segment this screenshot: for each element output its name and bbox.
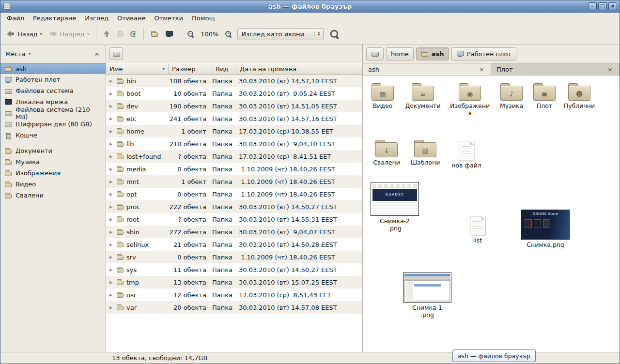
expander-icon[interactable]: ▶ — [109, 205, 114, 209]
sidebar-item[interactable]: Шифриран дял (80 GB) — [0, 119, 106, 130]
file-item[interactable]: ▤Шаблони — [406, 140, 444, 167]
expander-icon[interactable]: ▶ — [109, 230, 114, 234]
menu-item[interactable]: Редактиране — [29, 14, 80, 23]
table-row[interactable]: ▶bin108 обектаПапка30.03.2010 (вт) 14,57… — [106, 75, 362, 87]
sidebar-item[interactable]: Кошче — [0, 130, 106, 141]
sidebar-selector-chevron-icon[interactable]: ▾ — [29, 51, 31, 56]
file-item[interactable]: ↓Свалени — [369, 140, 404, 167]
sidebar-item[interactable]: Музика — [0, 156, 106, 167]
file-item[interactable]: нов файл — [449, 141, 484, 169]
tab-close-button[interactable]: × — [478, 66, 485, 73]
table-row[interactable]: ▶proc222 обектаПапка30.03.2010 (вт) 14,5… — [106, 200, 362, 213]
table-row[interactable]: ▶opt0 обектаПапка 1.10.2009 (чт) 18,40,2… — [106, 188, 362, 200]
forward-button[interactable]: Напред ▾ — [46, 28, 93, 41]
menu-item[interactable]: Отиване — [113, 14, 150, 23]
expander-icon[interactable]: ▶ — [109, 79, 114, 83]
expander-icon[interactable]: ▶ — [109, 268, 114, 272]
search-button[interactable] — [326, 28, 343, 41]
sidebar-item[interactable]: Видео — [0, 179, 106, 190]
file-item[interactable]: ☻Публични — [559, 83, 599, 110]
expander-icon[interactable]: ▶ — [109, 154, 114, 159]
file-item[interactable]: GNOME StoreСнимка.png — [519, 210, 572, 249]
sidebar-close-button[interactable]: × — [93, 50, 101, 58]
reload-button[interactable] — [127, 28, 140, 40]
stop-button[interactable] — [113, 28, 127, 40]
table-row[interactable]: ▶lost+found? обектаПапка17.03.2010 (ср) … — [106, 150, 362, 163]
expander-icon[interactable]: ▶ — [109, 293, 114, 297]
table-row[interactable]: ▶usr12 обектаПапка17.03.2010 (ср) 8,51,4… — [106, 288, 362, 301]
titlebar[interactable]: ash — файлов браузър – □ × — [0, 0, 620, 13]
up-button[interactable] — [100, 28, 113, 40]
back-history-chevron-icon[interactable]: ▾ — [40, 31, 43, 36]
table-row[interactable]: ▶media0 обектаПапка 1.10.2009 (чт) 18,40… — [106, 163, 362, 175]
menu-item[interactable]: Файл — [2, 14, 29, 23]
table-row[interactable]: ▶dev190 обектаПапка30.03.2010 (вт) 14,51… — [106, 100, 362, 112]
expander-icon[interactable]: ▶ — [109, 180, 114, 184]
column-header[interactable]: Дата на промяна — [236, 63, 362, 75]
maximize-button[interactable]: □ — [598, 2, 607, 10]
menu-item[interactable]: Отметки — [150, 14, 187, 23]
file-item[interactable]: list — [461, 216, 495, 244]
close-button[interactable]: × — [608, 2, 617, 10]
table-row[interactable]: ▶root? обектаПапка30.03.2010 (вт) 14,55,… — [106, 213, 362, 226]
breadcrumb-item[interactable]: home — [386, 47, 414, 61]
zoom-out-button[interactable]: − — [184, 28, 198, 41]
expander-icon[interactable]: ▶ — [109, 217, 114, 222]
file-item[interactable]: ≡Документи — [403, 83, 443, 110]
zoom-in-button[interactable]: + — [221, 28, 235, 41]
minimize-button[interactable]: – — [588, 2, 597, 10]
table-row[interactable]: ▶sbin272 обектаПапка30.03.2010 (вт) 9,04… — [106, 226, 362, 238]
table-row[interactable]: ▶var20 обектаПапка30.03.2010 (вт) 14,57,… — [106, 301, 362, 314]
tab-item[interactable]: ash× — [363, 63, 491, 75]
file-item[interactable]: ▣Плот — [528, 83, 560, 110]
expander-icon[interactable]: ▶ — [109, 117, 114, 121]
back-button[interactable]: Назад ▾ — [3, 28, 46, 41]
table-row[interactable]: ▶etc241 обектаПапка30.03.2010 (вт) 14,57… — [106, 112, 362, 125]
table-row[interactable]: ▶sys11 обектаПапка30.03.2010 (вт) 14,50,… — [106, 263, 362, 276]
sidebar-item[interactable]: Изображения — [0, 167, 106, 179]
breadcrumb-item[interactable]: ash — [416, 47, 449, 61]
expander-icon[interactable]: ▶ — [109, 305, 114, 310]
tab-item[interactable]: Плот× — [491, 63, 620, 75]
expander-icon[interactable]: ▶ — [109, 91, 114, 96]
window-list-button[interactable]: ash — файлов браузър — [452, 349, 536, 362]
expander-icon[interactable]: ▶ — [109, 280, 114, 285]
sidebar-item[interactable]: Файлова система (210 MB) — [0, 107, 106, 119]
icon-view[interactable]: ▦Видео≡Документи◉Изображения♪Музика▣Плот… — [363, 76, 620, 352]
expander-icon[interactable]: ▶ — [109, 104, 114, 108]
file-item[interactable]: ◉Изображения — [449, 83, 491, 117]
sidebar-item[interactable]: Файлова система — [0, 85, 106, 96]
sidebar-item[interactable]: ash — [0, 63, 106, 74]
sidebar-item[interactable]: Свалени — [0, 190, 106, 201]
menu-item[interactable]: Помощ — [187, 14, 219, 23]
tab-close-button[interactable]: × — [606, 66, 614, 73]
root-location-button[interactable] — [109, 47, 123, 60]
column-header[interactable]: Име▾ — [106, 63, 169, 75]
expander-icon[interactable]: ▶ — [109, 192, 114, 197]
sidebar-item[interactable]: Документи — [0, 145, 106, 156]
file-item[interactable]: ▦Видео — [366, 83, 400, 110]
breadcrumb-item[interactable]: Работен плот — [451, 47, 516, 61]
zoom-level[interactable]: 100% — [198, 30, 221, 38]
expander-icon[interactable]: ▶ — [109, 129, 114, 134]
column-header[interactable]: Размер — [169, 63, 212, 75]
table-row[interactable]: ▶boot10 обектаПапка30.03.2010 (вт) 9,05,… — [106, 87, 362, 100]
table-row[interactable]: ▶home1 обектПапка17.03.2010 (ср) 10,38,5… — [106, 125, 362, 137]
file-item[interactable]: GUADECСнимка-2.png — [370, 182, 420, 232]
table-row[interactable]: ▶srv0 обектаПапка 1.10.2009 (чт) 18,40,2… — [106, 251, 362, 263]
expander-icon[interactable]: ▶ — [109, 255, 114, 259]
view-mode-combobox[interactable]: Изглед като икони ▴ ▾ — [237, 28, 324, 40]
file-item[interactable]: ♪Музика — [495, 83, 528, 110]
expander-icon[interactable]: ▶ — [109, 243, 114, 247]
table-row[interactable]: ▶selinux21 обектаПапка30.03.2010 (вт) 14… — [106, 238, 362, 251]
home-button[interactable] — [147, 27, 162, 41]
file-item[interactable]: Снимка-1.png — [401, 273, 454, 319]
menu-item[interactable]: Изглед — [80, 14, 113, 23]
computer-button[interactable] — [162, 27, 176, 41]
breadcrumb-item[interactable] — [366, 47, 384, 61]
sidebar-item[interactable]: Работен плот — [0, 74, 106, 85]
table-row[interactable]: ▶lib210 обектаПапка30.03.2010 (вт) 9,04,… — [106, 137, 362, 150]
table-row[interactable]: ▶mnt1 обектПапка 1.10.2009 (чт) 18,40,26… — [106, 175, 362, 188]
expander-icon[interactable]: ▶ — [109, 167, 114, 171]
table-row[interactable]: ▶tmp13 обектаПапка30.03.2010 (вт) 15,07,… — [106, 276, 362, 288]
